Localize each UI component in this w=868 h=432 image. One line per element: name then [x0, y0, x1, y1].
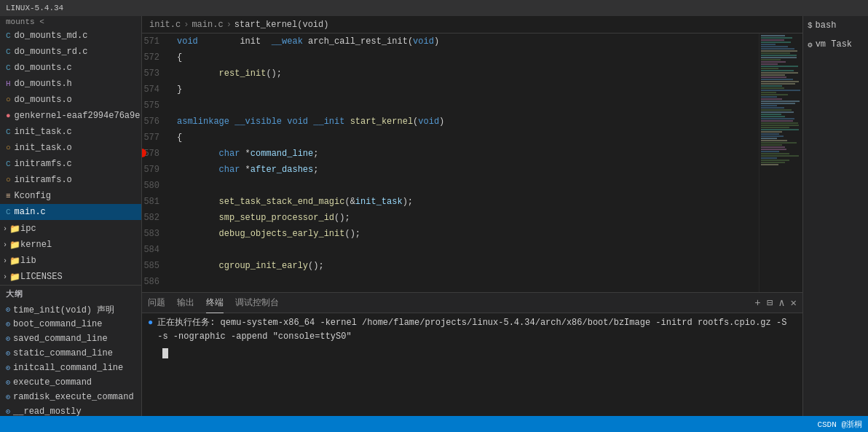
group-label-licenses: LICENSES [20, 272, 63, 282]
panel-add-btn[interactable]: + [754, 297, 760, 309]
sidebar-file-do_mounts_o[interactable]: ○do_mounts.o [0, 92, 141, 108]
mm-line-30 [761, 101, 800, 102]
mounts-label[interactable]: mounts < [0, 16, 141, 28]
panel-close-btn[interactable]: ✕ [791, 296, 797, 309]
terminal-prompt: ● 正在执行任务: qemu-system-x86_64 -kernel /ho… [148, 316, 797, 344]
token-op: * [240, 162, 250, 178]
mm-line-13 [761, 63, 778, 65]
mm-line-44 [761, 131, 782, 133]
mm-line-50 [761, 144, 782, 146]
mm-line-54 [761, 153, 789, 154]
mm-line-27 [761, 94, 788, 95]
outline-item-read_mostly[interactable]: ⊙__read_mostly [0, 404, 141, 416]
mm-line-51 [761, 146, 785, 148]
mm-line-52 [761, 149, 786, 150]
line-num-582: 582 [142, 210, 165, 226]
code-line-575 [177, 98, 759, 114]
code-editor[interactable]: 5715725735745755765775785795805815825835… [142, 34, 802, 292]
outline-item-boot_command_line[interactable]: ⊙boot_command_line [0, 317, 141, 331]
token-kw: void [177, 34, 198, 50]
panel-tab-debug[interactable]: 调试控制台 [235, 293, 279, 313]
mm-line-2 [761, 39, 784, 41]
outline-icon-execute_command: ⊙ [6, 378, 10, 387]
outline-item-saved_command_line[interactable]: ⊙saved_command_line [0, 331, 141, 346]
outline-item-ramdisk_execute_command[interactable]: ⊙ramdisk_execute_command [0, 390, 141, 404]
code-line-578: char *command_line; [177, 146, 759, 162]
sidebar-file-main_c[interactable]: Cmain.c [0, 204, 141, 220]
file-label-genkernel: genkernel-eaaf2994e76a9e... [15, 111, 141, 121]
mm-line-1 [761, 37, 792, 39]
mm-line-47 [761, 138, 777, 139]
token-fn: cgroup_init_early [219, 258, 308, 274]
sidebar-file-kconfig[interactable]: ≡Kconfig [0, 188, 141, 204]
mm-line-17 [761, 72, 798, 74]
rs-icon-vm_task: ⚙ [808, 40, 813, 50]
mm-line-55 [761, 155, 799, 157]
file-icon-initramfs_o: ○ [6, 176, 11, 184]
outline-section: 大纲 ⊙time_init(void) 声明⊙boot_command_line… [0, 285, 141, 416]
panel-split-btn[interactable]: ⊟ [767, 296, 773, 309]
mm-line-31 [761, 103, 795, 104]
outline-label-initcall_command_line: initcall_command_line [13, 363, 123, 373]
mm-line-40 [761, 122, 798, 124]
token-op: } [177, 82, 182, 98]
folder-icon-licenses: 📁 [9, 272, 20, 283]
prompt-icon: ● [148, 316, 153, 330]
outline-label-read_mostly: __read_mostly [13, 407, 82, 416]
token-var: init_task [355, 194, 403, 210]
mm-line-9 [761, 55, 797, 56]
outline-item-execute_command[interactable]: ⊙execute_command [0, 375, 141, 390]
sidebar-group-licenses[interactable]: ›📁LICENSES [0, 269, 141, 285]
token-op: (); [308, 258, 324, 274]
sidebar-group-kernel[interactable]: ›📁kernel [0, 237, 141, 253]
sidebar-file-initramfs_o[interactable]: ○initramfs.o [0, 172, 141, 188]
rs-item-bash[interactable]: $bash [803, 16, 868, 35]
outline-icon-initcall_command_line: ⊙ [6, 364, 10, 372]
code-content[interactable]: void init __weak arch_call_rest_init(voi… [171, 34, 759, 292]
outline-item-initcall_command_line[interactable]: ⊙initcall_command_line [0, 361, 141, 375]
sidebar-file-do_mounts_c[interactable]: Cdo_mounts.c [0, 60, 141, 76]
file-label-initramfs_o: initramfs.o [15, 175, 72, 185]
file-icon-do_mounts_o: ○ [6, 95, 11, 104]
line-num-572: 572 [142, 50, 165, 66]
mm-line-10 [761, 57, 797, 58]
panel-actions: + ⊟ ∧ ✕ [754, 296, 797, 309]
mm-line-7 [761, 50, 797, 52]
sidebar-file-init_task_c[interactable]: Cinit_task.c [0, 124, 141, 140]
sidebar-file-init_task_o[interactable]: ○init_task.o [0, 140, 141, 156]
outline-item-static_command_line[interactable]: ⊙static_command_line [0, 346, 141, 361]
panel-max-btn[interactable]: ∧ [778, 296, 784, 309]
outline-item-time_init[interactable]: ⊙time_init(void) 声明 [0, 302, 141, 317]
sidebar-file-do_mounts_md_c[interactable]: Cdo_mounts_md.c [0, 28, 141, 44]
code-line-584 [177, 242, 759, 258]
mm-line-56 [761, 157, 777, 159]
token-op [177, 162, 219, 178]
panel-tabs: 问题输出终端调试控制台 + ⊟ ∧ ✕ [142, 293, 802, 313]
file-icon-do_mounts_rd_c: C [6, 47, 11, 56]
rs-items: $bash⚙vm Task [803, 16, 868, 54]
token-op: { [177, 50, 182, 66]
sidebar-file-do_mounts_h[interactable]: Hdo_mounts.h [0, 76, 141, 92]
terminal-content[interactable]: ● 正在执行任务: qemu-system-x86_64 -kernel /ho… [142, 313, 802, 416]
panel-tab-problems[interactable]: 问题 [148, 293, 165, 313]
mm-line-58 [761, 162, 785, 163]
rs-item-vm_task[interactable]: ⚙vm Task [803, 35, 868, 54]
sidebar-group-lib[interactable]: ›📁lib [0, 253, 141, 269]
panel-tab-output[interactable]: 输出 [177, 293, 194, 313]
file-icon-do_mounts_c: C [6, 63, 11, 72]
file-label-main_c: main.c [15, 207, 46, 217]
rs-label-vm_task: vm Task [816, 39, 852, 50]
sidebar-group-ipc[interactable]: ›📁ipc [0, 221, 141, 237]
sidebar-file-genkernel[interactable]: ●genkernel-eaaf2994e76a9e... [0, 108, 141, 124]
outline-label-execute_command: execute_command [13, 377, 92, 388]
line-num-574: 574 [142, 82, 165, 98]
sidebar-file-initramfs_c[interactable]: Cinitramfs.c [0, 156, 141, 172]
token-kw: char [219, 146, 240, 162]
sidebar-file-do_mounts_rd_c[interactable]: Cdo_mounts_rd.c [0, 44, 141, 60]
token-op: (); [344, 226, 360, 242]
mm-line-28 [761, 96, 777, 98]
outline-label-static_command_line: static_command_line [13, 348, 113, 358]
token-op [177, 258, 219, 274]
panel-tab-terminal[interactable]: 终端 [206, 293, 224, 313]
token-kw: void [418, 114, 439, 130]
